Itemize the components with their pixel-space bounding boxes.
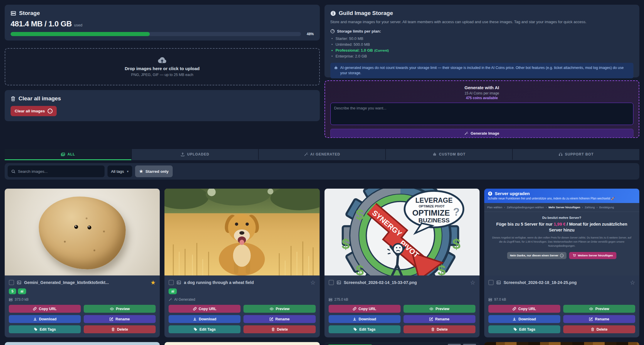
filter-bar: All tags ▾ ★ Starred only <box>5 163 639 180</box>
button-label: Copy URL <box>199 307 216 311</box>
preview-button[interactable]: Preview <box>403 305 475 313</box>
tab-all[interactable]: ALL <box>5 149 131 160</box>
image-thumbnail[interactable] <box>164 342 320 345</box>
select-checkbox[interactable] <box>488 280 494 285</box>
image-thumbnail[interactable] <box>484 342 639 345</box>
tags-filter-select[interactable]: All tags ▾ <box>107 165 132 177</box>
download-icon <box>353 317 357 321</box>
tag-icon <box>194 327 197 331</box>
copy-url-button[interactable]: Copy URL <box>9 305 81 313</box>
images-icon <box>61 152 65 156</box>
tag-badge[interactable]: ai <box>169 288 177 294</box>
tag-badge[interactable]: 5 <box>9 288 16 294</box>
card-star[interactable]: ★ <box>150 280 156 285</box>
delete-button[interactable]: Delete <box>563 325 635 333</box>
storage-progress-fill <box>11 32 150 36</box>
prompt-textarea[interactable] <box>330 103 634 125</box>
robot-icon <box>334 66 338 70</box>
download-button[interactable]: Download <box>169 315 241 323</box>
tag-badge[interactable]: ai <box>18 288 26 294</box>
arrow-up-circle-icon <box>488 191 492 196</box>
eye-icon <box>429 307 433 311</box>
image-thumbnail-potato[interactable] <box>5 189 160 275</box>
guild-storage-info-panel: Guild Image Storage Store and manage ima… <box>324 5 640 77</box>
breadcrumb-separator: › <box>546 206 547 209</box>
image-filename: Screenshot_2026-02-18_18-24-25.png <box>504 280 627 285</box>
grid-card-5-partial <box>5 342 160 345</box>
breadcrumb-item: Zahlung <box>585 206 595 209</box>
card-star[interactable]: ☆ <box>310 280 316 285</box>
copy-url-button[interactable]: Copy URL <box>329 305 401 313</box>
button-label: Download <box>518 317 536 321</box>
plan-professional-current: Professional: 1.0 GB(Current) <box>330 48 634 53</box>
rename-button[interactable]: Rename <box>243 315 315 323</box>
generate-image-button[interactable]: Generate Image <box>330 129 634 138</box>
copy-url-button[interactable]: Copy URL <box>488 305 560 313</box>
download-button[interactable]: Download <box>329 315 401 323</box>
upload-dropzone[interactable]: Drop images here or click to upload PNG,… <box>5 48 320 85</box>
dog-illustration <box>164 189 320 275</box>
starred-only-button[interactable]: ★ Starred only <box>135 165 173 177</box>
preview-button[interactable]: Preview <box>243 305 315 313</box>
hard-drive-icon <box>488 298 492 302</box>
dollar-sign: $ <box>342 236 350 252</box>
delete-button[interactable]: Delete <box>403 325 475 333</box>
edit-tags-button[interactable]: Edit Tags <box>488 325 560 333</box>
select-checkbox[interactable] <box>329 280 334 285</box>
image-thumbnail-meme[interactable]: $ $ $ $ $ $ SYNERGY PIVOT <box>324 189 480 275</box>
download-button[interactable]: Download <box>488 315 560 323</box>
download-button[interactable]: Download <box>9 315 81 323</box>
button-label: Download <box>39 317 57 321</box>
card-star[interactable]: ☆ <box>470 280 475 285</box>
search-box <box>8 165 105 177</box>
generate-cost: 15 AI Coins per image <box>330 91 634 95</box>
search-icon <box>11 169 16 174</box>
tab-uploaded[interactable]: UPLOADED <box>131 149 258 160</box>
tab-custom-bot[interactable]: CUSTOM BOT <box>385 149 512 160</box>
select-checkbox[interactable] <box>9 280 14 285</box>
button-label: Rename <box>115 317 130 321</box>
shot-decline-button: Nein Danke, nur diesen einen Server→ <box>507 252 567 259</box>
image-file-icon <box>496 280 501 285</box>
image-thumbnail[interactable] <box>324 342 480 345</box>
delete-button[interactable]: Delete <box>243 325 315 333</box>
top-section: Storage 481.4 MB / 1.0 GB used 48% Drop … <box>0 0 644 138</box>
file-size: 275.0 kB <box>334 297 348 302</box>
rename-button[interactable]: Rename <box>84 315 156 323</box>
edit-tags-button[interactable]: Edit Tags <box>169 325 241 333</box>
image-thumbnail-screenshot[interactable]: Server upgraden Schalte neue Funktionen … <box>484 189 639 275</box>
button-label: Copy URL <box>518 307 536 311</box>
delete-button[interactable]: Delete <box>84 325 156 333</box>
image-thumbnail[interactable] <box>5 342 160 345</box>
rename-button[interactable]: Rename <box>403 315 475 323</box>
preview-button[interactable]: Preview <box>563 305 635 313</box>
clear-all-images-button[interactable]: Clear all images → <box>11 106 57 116</box>
edit-tags-button[interactable]: Edit Tags <box>9 325 81 333</box>
button-label: Download <box>199 317 216 321</box>
tags-select-value: All tags <box>111 169 124 174</box>
shot-question: Du besitzt mehre Server? <box>492 216 632 219</box>
card-actions: Copy URL Preview Download Rename Edit Ta… <box>9 305 156 333</box>
image-thumbnail-dog[interactable] <box>164 189 320 275</box>
button-label: Edit Tags <box>40 327 56 332</box>
shot-headline: Füge bis zu 5 Server für nur 1,99 € / Mo… <box>492 221 632 233</box>
tag-icon <box>353 327 357 331</box>
rename-button[interactable]: Rename <box>563 315 635 323</box>
tab-ai-generated[interactable]: AI GENERATED <box>258 149 385 160</box>
image-filename: Screenshot_2026-02-14_15-33-07.png <box>344 280 468 285</box>
tab-label: SUPPORT BOT <box>565 152 594 156</box>
card-star[interactable]: ☆ <box>630 280 635 285</box>
tab-label: AI GENERATED <box>310 152 340 156</box>
copy-url-button[interactable]: Copy URL <box>169 305 241 313</box>
button-label: Delete <box>596 327 608 332</box>
trash-icon <box>11 96 16 102</box>
select-checkbox[interactable] <box>169 280 174 285</box>
tab-support-bot[interactable]: SUPPORT BOT <box>512 149 639 160</box>
shot-banner-subtitle: Schalte neue Funktionen frei und unterst… <box>488 197 636 200</box>
edit-tags-button[interactable]: Edit Tags <box>329 325 401 333</box>
image-filename: Gemini_Generated_Image_kto5ntkto5ntkt... <box>24 280 148 285</box>
search-input[interactable] <box>18 169 101 174</box>
preview-button[interactable]: Preview <box>84 305 156 313</box>
breadcrumb-separator: › <box>582 206 583 209</box>
potato-eye <box>88 226 91 229</box>
